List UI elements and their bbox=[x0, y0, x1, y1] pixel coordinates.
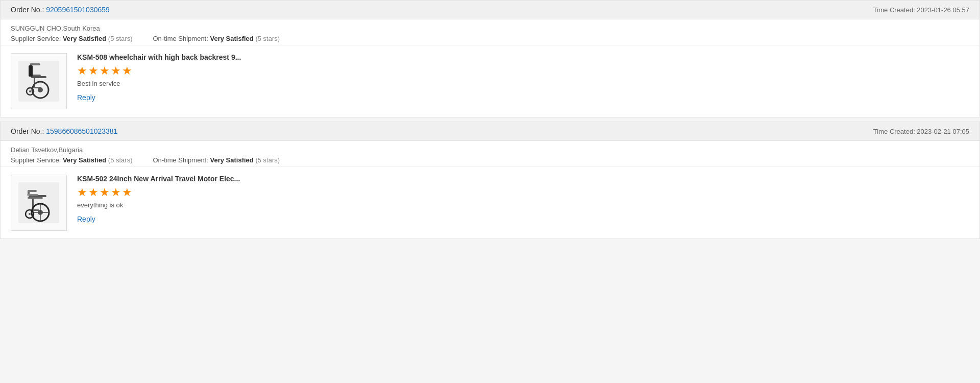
customer-info-1: Delian Tsvetkov,Bulgaria bbox=[11, 146, 969, 154]
order-number-link-1[interactable]: 159866086501023381 bbox=[46, 127, 117, 135]
review-meta-0: SUNGGUN CHO,South Korea Supplier Service… bbox=[1, 19, 979, 45]
star-5-1: ★ bbox=[122, 187, 132, 198]
svg-point-10 bbox=[29, 90, 31, 92]
product-title-0: KSM-508 wheelchair with high back backre… bbox=[77, 53, 969, 61]
svg-rect-17 bbox=[27, 194, 38, 196]
star-5-0: ★ bbox=[122, 65, 132, 77]
order-label-1: Order No.: bbox=[11, 127, 46, 135]
svg-rect-3 bbox=[30, 63, 40, 65]
svg-point-25 bbox=[29, 213, 31, 215]
time-created-0: Time Created: 2023-01-26 05:57 bbox=[873, 6, 969, 14]
star-3-0: ★ bbox=[100, 65, 110, 77]
star-rating-1: ★ ★ ★ ★ ★ bbox=[77, 187, 969, 198]
review-card-1: Order No.: 159866086501023381 Time Creat… bbox=[0, 122, 980, 239]
star-2-1: ★ bbox=[88, 187, 99, 198]
svg-point-8 bbox=[38, 87, 43, 92]
star-1-1: ★ bbox=[77, 187, 87, 198]
product-title-1: KSM-502 24Inch New Arrival Travel Motor … bbox=[77, 175, 969, 183]
shipment-service-1: On-time Shipment: Very Satisfied (5 star… bbox=[153, 156, 280, 164]
svg-rect-16 bbox=[28, 197, 43, 199]
supplier-service-1: Supplier Service: Very Satisfied (5 star… bbox=[11, 156, 132, 164]
customer-info-0: SUNGGUN CHO,South Korea bbox=[11, 25, 969, 32]
star-rating-0: ★ ★ ★ ★ ★ bbox=[77, 65, 969, 77]
supplier-service-0: Supplier Service: Very Satisfied (5 star… bbox=[11, 35, 132, 42]
review-content-1: KSM-502 24Inch New Arrival Travel Motor … bbox=[77, 175, 969, 223]
reply-button-1[interactable]: Reply bbox=[77, 215, 95, 223]
review-content-0: KSM-508 wheelchair with high back backre… bbox=[77, 53, 969, 102]
review-header-1: Order No.: 159866086501023381 Time Creat… bbox=[1, 122, 979, 141]
review-header-0: Order No.: 92059615010​30659 Time Create… bbox=[1, 1, 979, 19]
reply-button-0[interactable]: Reply bbox=[77, 93, 95, 102]
satisfaction-row-0: Supplier Service: Very Satisfied (5 star… bbox=[11, 35, 969, 42]
star-2-0: ★ bbox=[88, 65, 99, 77]
review-card-0: Order No.: 92059615010​30659 Time Create… bbox=[0, 0, 980, 117]
star-1-0: ★ bbox=[77, 65, 87, 77]
product-review-0: KSM-508 wheelchair with high back backre… bbox=[1, 45, 979, 117]
product-image-1 bbox=[11, 175, 67, 231]
product-image-0 bbox=[11, 53, 67, 109]
order-number-link-0[interactable]: 92059615010​30659 bbox=[46, 6, 110, 14]
review-text-0: Best in service bbox=[77, 80, 969, 87]
review-text-1: everything is ok bbox=[77, 201, 969, 209]
star-4-1: ★ bbox=[111, 187, 121, 198]
order-label-0: Order No.: bbox=[11, 6, 46, 14]
star-3-1: ★ bbox=[100, 187, 110, 198]
star-4-0: ★ bbox=[111, 65, 121, 77]
satisfaction-row-1: Supplier Service: Very Satisfied (5 star… bbox=[11, 156, 969, 164]
review-meta-1: Delian Tsvetkov,Bulgaria Supplier Servic… bbox=[1, 141, 979, 166]
time-created-1: Time Created: 2023-02-21 07:05 bbox=[873, 128, 969, 135]
order-info-1: Order No.: 159866086501023381 bbox=[11, 127, 117, 135]
svg-rect-15 bbox=[28, 190, 37, 192]
shipment-service-0: On-time Shipment: Very Satisfied (5 star… bbox=[153, 35, 280, 42]
order-info-0: Order No.: 92059615010​30659 bbox=[11, 6, 110, 14]
svg-rect-11 bbox=[29, 65, 33, 77]
svg-rect-12 bbox=[18, 182, 59, 223]
product-review-1: KSM-502 24Inch New Arrival Travel Motor … bbox=[1, 166, 979, 238]
svg-rect-1 bbox=[31, 76, 46, 78]
